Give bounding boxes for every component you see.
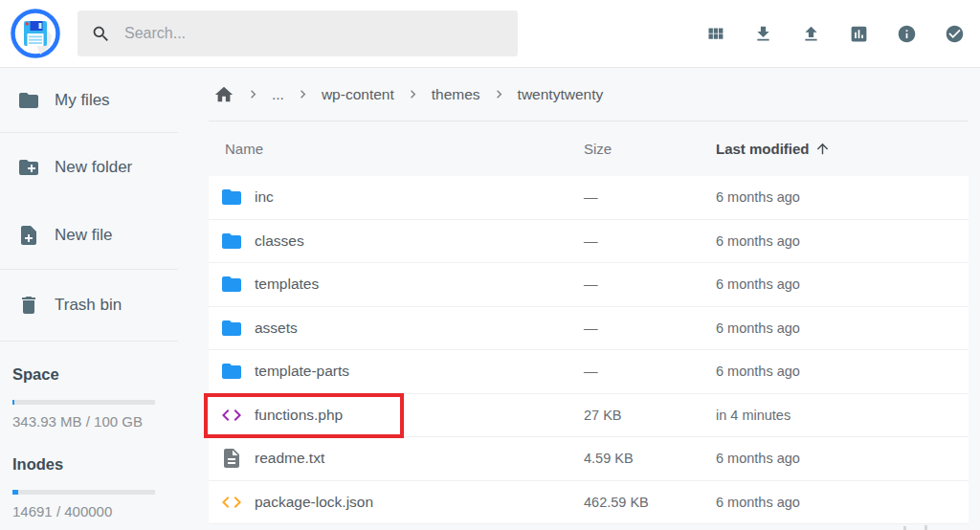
- file-modified: 6 months ago: [716, 364, 969, 379]
- column-header-name[interactable]: Name: [209, 141, 584, 157]
- table-row[interactable]: templates — 6 months ago: [209, 263, 969, 307]
- table-row[interactable]: readme.txt 4.59 KB 6 months ago: [209, 437, 969, 481]
- stats-icon[interactable]: [849, 24, 869, 44]
- search-input[interactable]: [124, 25, 488, 42]
- floppy-disk-logo-icon: [11, 9, 60, 58]
- storage-stats: Space 343.93 MB / 100 GB Inodes 14691 / …: [0, 365, 178, 519]
- sidebar-item-label: Trash bin: [55, 296, 122, 315]
- sidebar-item-label: My files: [55, 91, 110, 110]
- space-usage-text: 343.93 MB / 100 GB: [12, 413, 155, 430]
- table-row[interactable]: package-lock.json 462.59 KB 6 months ago: [209, 481, 969, 525]
- file-modified: 6 months ago: [716, 451, 969, 466]
- file-size: —: [584, 276, 716, 292]
- breadcrumb-home[interactable]: [213, 84, 234, 105]
- chevron-right-icon: [491, 86, 507, 102]
- file-modified: 6 months ago: [716, 495, 969, 510]
- file-name: template-parts: [255, 363, 584, 380]
- sidebar-item-new-file[interactable]: New file: [0, 201, 178, 269]
- table-row[interactable]: assets — 6 months ago: [209, 307, 969, 351]
- folder-icon: [220, 273, 243, 296]
- file-modified: in 4 minutes: [716, 408, 969, 423]
- file-modified: 6 months ago: [716, 276, 969, 292]
- inodes-usage-text: 14691 / 400000: [12, 503, 155, 519]
- folder-icon: [220, 317, 243, 340]
- table-row[interactable]: classes — 6 months ago: [209, 220, 969, 264]
- breadcrumb-item[interactable]: themes: [432, 86, 480, 103]
- file-name: templates: [255, 276, 584, 293]
- table-header: Name Size Last modified: [209, 121, 969, 176]
- chevron-right-icon: [245, 86, 261, 102]
- download-icon[interactable]: [753, 24, 773, 44]
- upload-icon[interactable]: [801, 24, 821, 44]
- check-circle-icon[interactable]: [945, 24, 965, 44]
- breadcrumb-item[interactable]: wp-content: [322, 86, 394, 103]
- column-header-modified[interactable]: Last modified: [716, 141, 969, 157]
- grid-view-icon[interactable]: [705, 24, 725, 44]
- folder-icon: [220, 186, 243, 209]
- info-icon[interactable]: [897, 24, 917, 44]
- app-logo[interactable]: [11, 9, 60, 58]
- inodes-heading: Inodes: [12, 455, 155, 474]
- trash-icon: [17, 294, 40, 317]
- breadcrumb-separator-icon: [295, 86, 311, 102]
- sidebar-item-new-folder[interactable]: New folder: [0, 133, 178, 201]
- sidebar-item-trash-bin[interactable]: Trash bin: [0, 270, 178, 341]
- file-name: package-lock.json: [255, 494, 584, 511]
- inodes-progress-bar: [12, 490, 155, 495]
- file-name: classes: [255, 232, 584, 250]
- file-modified: 6 months ago: [716, 233, 969, 249]
- file-size: 4.59 KB: [584, 451, 716, 466]
- file-name: readme.txt: [255, 450, 584, 467]
- new-file-icon: [17, 224, 40, 247]
- file-modified: 6 months ago: [716, 320, 969, 336]
- column-header-modified-label: Last modified: [716, 141, 810, 157]
- file-size: —: [584, 364, 716, 379]
- breadcrumb-item[interactable]: ...: [272, 86, 284, 103]
- file-size: 27 KB: [584, 408, 716, 423]
- file-manager-app: My files New folder New file Trash bin S…: [0, 0, 980, 530]
- space-heading: Space: [12, 365, 155, 384]
- chevron-right-icon: [405, 86, 421, 102]
- code-icon: [220, 404, 243, 427]
- code-icon: [220, 491, 243, 514]
- file-name: functions.php: [255, 407, 584, 424]
- file-modified: 6 months ago: [716, 189, 969, 205]
- space-progress-bar: [12, 400, 155, 405]
- breadcrumb-separator-icon: [405, 86, 421, 102]
- file-text-icon: [220, 447, 243, 470]
- file-name: inc: [255, 188, 584, 206]
- sidebar: My files New folder New file Trash bin S…: [0, 68, 178, 530]
- folder-icon: [220, 360, 243, 383]
- file-size: —: [584, 320, 716, 336]
- column-header-size[interactable]: Size: [584, 141, 716, 157]
- toolbar-actions: [705, 24, 965, 44]
- new-folder-icon: [17, 156, 40, 179]
- sidebar-item-label: New folder: [55, 158, 132, 177]
- breadcrumb: ...wp-contentthemestwentytwenty: [209, 68, 969, 121]
- file-table: inc — 6 months ago classes — 6 months ag…: [209, 176, 969, 524]
- clipped-text-fragment: [924, 525, 927, 530]
- file-size: —: [584, 189, 716, 205]
- search-icon: [91, 24, 111, 44]
- file-size: 462.59 KB: [584, 495, 716, 510]
- chevron-right-icon: [295, 86, 311, 102]
- home-icon: [213, 84, 234, 105]
- folder-icon: [17, 89, 40, 112]
- file-name: assets: [255, 320, 584, 337]
- clipped-text-fragment: [903, 526, 906, 530]
- breadcrumb-item[interactable]: twentytwenty: [518, 86, 604, 103]
- sort-ascending-arrow-icon: [814, 141, 831, 157]
- file-size: —: [584, 233, 716, 249]
- folder-icon: [220, 230, 243, 253]
- table-row[interactable]: inc — 6 months ago: [209, 176, 969, 220]
- main-content: ...wp-contentthemestwentytwenty Name Siz…: [178, 68, 980, 530]
- search-box[interactable]: [78, 11, 518, 56]
- sidebar-item-my-files[interactable]: My files: [0, 68, 178, 132]
- top-bar: [0, 0, 980, 68]
- table-row-highlighted[interactable]: functions.php 27 KB in 4 minutes: [209, 394, 969, 438]
- sidebar-item-label: New file: [55, 226, 112, 245]
- table-row[interactable]: template-parts — 6 months ago: [209, 350, 969, 394]
- breadcrumb-separator-icon: [491, 86, 507, 102]
- breadcrumb-separator-icon: [245, 86, 261, 102]
